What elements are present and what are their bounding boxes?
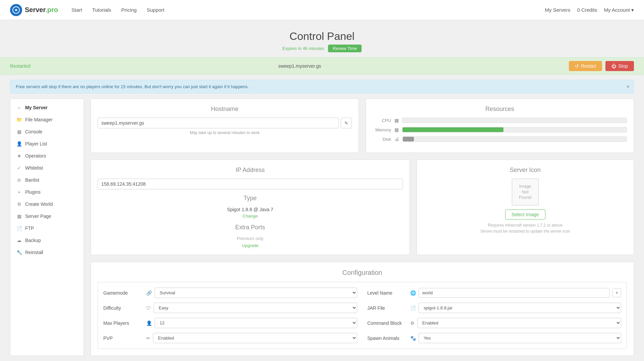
world-icon: ⚙ [16, 201, 22, 207]
nav-credits[interactable]: 0 Credits [577, 7, 597, 13]
memory-bar-bg [402, 127, 627, 132]
nav-start[interactable]: Start [71, 7, 82, 13]
level-name-input[interactable] [419, 288, 610, 298]
navbar: Server.pro Start Tutorials Pricing Suppo… [0, 0, 644, 20]
sidebar-label-my-server: My Server [25, 105, 48, 110]
disk-bar-bg [402, 136, 627, 142]
command-block-select[interactable]: EnabledDisabled [417, 318, 621, 328]
gamemode-select[interactable]: SurvivalCreativeAdventure [155, 288, 357, 298]
sidebar-label-plugins: Plugins [25, 189, 41, 195]
sidebar-item-ftp[interactable]: 📄 FTP [10, 222, 84, 234]
server-icon-panel: Server Icon ImageNotFound Select Image R… [417, 160, 634, 255]
difficulty-select[interactable]: EasyNormalHard [154, 303, 357, 313]
brand-logo-area[interactable]: Server.pro [10, 4, 58, 16]
page-title: Control Panel [0, 30, 644, 43]
close-icon[interactable]: × [627, 84, 630, 90]
jar-file-label: JAR File [367, 305, 408, 311]
sidebar: ○ My Server 📁 File Manager ▦ Console 👤 P… [10, 99, 84, 356]
expires-text: Expires in 46 minutes [282, 46, 324, 51]
sidebar-item-console[interactable]: ▦ Console [10, 126, 84, 138]
server-icon-image: ImageNotFound [512, 179, 539, 205]
brand-dot: .pro [45, 6, 58, 13]
type-value: Spigot 1.8.8 @ Java 7 [98, 207, 403, 212]
sidebar-item-create-world[interactable]: ⚙ Create World [10, 198, 84, 210]
config-row-jar-file: JAR File 📄 spigot-1.8.8.jar [367, 303, 621, 313]
jar-file-select[interactable]: spigot-1.8.8.jar [419, 303, 621, 313]
nav-pricing[interactable]: Pricing [121, 7, 137, 13]
reinstall-icon: 🔧 [16, 250, 22, 255]
sidebar-item-banlist[interactable]: ⊘ Banlist [10, 174, 84, 186]
nav-my-account[interactable]: My Account ▾ [604, 7, 634, 13]
sidebar-item-file-manager[interactable]: 📁 File Manager [10, 114, 84, 126]
sidebar-item-backup[interactable]: ☁ Backup [10, 234, 84, 246]
sidebar-item-whitelist[interactable]: ✓ Whitelist [10, 162, 84, 174]
hostname-input[interactable] [98, 118, 339, 128]
ftp-icon: 📄 [16, 226, 22, 231]
expires-bar: Expires in 46 minutes Renew Time [0, 45, 644, 52]
sidebar-label-console: Console [25, 129, 42, 134]
renew-time-button[interactable]: Renew Time [328, 45, 362, 52]
backup-icon: ☁ [16, 238, 22, 243]
config-grid: Gamemode 🔗 SurvivalCreativeAdventure Lev… [103, 288, 621, 343]
hostname-input-row: ✎ [98, 118, 352, 128]
sidebar-label-create-world: Create World [25, 201, 53, 207]
upgrade-link[interactable]: Upgrade [98, 243, 403, 248]
folder-icon: 📁 [16, 117, 22, 122]
level-name-add-button[interactable]: + [612, 288, 621, 297]
ip-title: IP Address [98, 167, 403, 174]
check-icon: ✓ [16, 165, 22, 171]
difficulty-icon: 🛡 [146, 305, 151, 311]
level-icon: 🌐 [410, 290, 416, 296]
memory-label: Memory [373, 127, 391, 132]
console-icon: ▦ [16, 129, 22, 134]
hostname-edit-button[interactable]: ✎ [341, 118, 352, 128]
sidebar-label-server-page: Server Page [25, 214, 51, 219]
status-bar: Restarted sweep1.myserver.gs ↺ Restart ⏻… [0, 57, 644, 75]
page-icon: ▦ [16, 214, 22, 219]
sidebar-label-file-manager: File Manager [25, 117, 53, 122]
select-image-button[interactable]: Select Image [505, 209, 545, 220]
edit-icon: ✎ [344, 121, 348, 126]
sidebar-item-reinstall[interactable]: 🔧 Reinstall [10, 246, 84, 258]
sidebar-item-plugins[interactable]: + Plugins [10, 186, 84, 198]
sidebar-item-my-server[interactable]: ○ My Server [10, 102, 84, 114]
stop-button[interactable]: ⏻ Stop [605, 61, 634, 71]
nav-my-servers[interactable]: My Servers [545, 7, 571, 13]
server-address: sweep1.myserver.gs [37, 63, 562, 69]
stop-icon: ⏻ [611, 63, 616, 69]
config-row-command-block: Command Block ⚙ EnabledDisabled [367, 318, 621, 328]
configuration-panel: Configuration Gamemode 🔗 SurvivalCreativ… [91, 262, 634, 356]
sidebar-item-server-page[interactable]: ▦ Server Page [10, 210, 84, 222]
sidebar-label-reinstall: Reinstall [25, 250, 43, 255]
spawn-animals-select[interactable]: YesNo [419, 333, 621, 343]
pvp-icon: ✏ [146, 336, 150, 341]
icon-note-line1: Requires minecraft version 1.7.2 or abov… [488, 223, 562, 228]
level-name-label: Level Name [367, 290, 408, 296]
nav-links: Start Tutorials Pricing Support [71, 7, 545, 13]
ip-input[interactable] [98, 179, 403, 189]
memory-row: Memory ▦ [373, 127, 627, 132]
pvp-select[interactable]: EnabledDisabled [153, 333, 357, 343]
chevron-down-icon: ▾ [631, 7, 634, 13]
difficulty-label: Difficulty [103, 305, 144, 311]
star-icon: ★ [16, 153, 22, 159]
nav-tutorials[interactable]: Tutorials [92, 7, 111, 13]
sidebar-label-backup: Backup [25, 238, 41, 243]
restart-button[interactable]: ↺ Restart [569, 61, 602, 71]
circle-icon: ○ [16, 105, 22, 110]
spawn-animals-label: Spawn Animals [367, 336, 408, 341]
sidebar-item-operators[interactable]: ★ Operators [10, 150, 84, 162]
sidebar-item-player-list[interactable]: 👤 Player List [10, 138, 84, 150]
nav-my-account-label: My Account [604, 7, 630, 13]
nav-support[interactable]: Support [147, 7, 164, 13]
disk-row: Disk 🖨 [373, 136, 627, 142]
brand-name: Server.pro [25, 6, 58, 14]
plus-icon: + [16, 189, 22, 195]
resources-title: Resources [373, 106, 627, 113]
max-players-select[interactable]: 122050100 [155, 318, 357, 328]
type-change-link[interactable]: Change [98, 214, 403, 219]
extra-ports-title: Extra Ports [98, 224, 403, 231]
player-icon: 👤 [16, 141, 22, 146]
disk-bar-fill [403, 137, 414, 141]
hostname-help: May take up to several minutes to work [98, 130, 352, 135]
